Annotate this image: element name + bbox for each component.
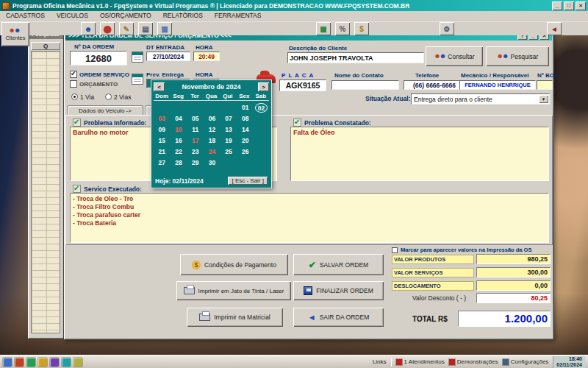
cliente-field[interactable]: JOHN JOSEPH TRAVOLTA: [287, 52, 424, 63]
ordem-servico-checkbox[interactable]: [70, 71, 77, 78]
service-order-icon[interactable]: ✎: [119, 22, 134, 35]
calendar-day-01[interactable]: 01: [237, 102, 254, 113]
calendar-day-30[interactable]: 30: [204, 158, 220, 169]
servico-executado-textarea[interactable]: - Troca de Oleo - Tro - Troca Filtro Com…: [70, 193, 549, 243]
minimize-icon[interactable]: _: [552, 1, 562, 10]
calendar-day-18[interactable]: 18: [204, 135, 220, 146]
calendar-day-02[interactable]: 02: [255, 103, 268, 113]
taskbar-shortcut-4[interactable]: [38, 358, 47, 367]
tray-demonstra-es[interactable]: Demonstrações: [449, 358, 498, 365]
contato-field[interactable]: [331, 80, 399, 90]
consultar-button[interactable]: Consultar: [426, 46, 483, 66]
tray-1-atendimentos[interactable]: 1 Atendimentos: [396, 358, 445, 365]
valor-produtos-label: VALOR PRODUTOS: [392, 255, 474, 264]
menu-os-or-amento[interactable]: OS/ORÇAMENTO: [94, 11, 157, 20]
calendar-day-15[interactable]: 15: [154, 135, 171, 146]
calendar-day-05[interactable]: 05: [187, 113, 204, 124]
salvar-ordem-button[interactable]: SALVAR ORDEM: [293, 254, 384, 275]
calendar-day-16[interactable]: 16: [171, 135, 187, 146]
menu-ferramentas[interactable]: FERRAMENTAS: [209, 11, 268, 20]
problema-constatado-checkbox[interactable]: [293, 118, 301, 127]
tab-dados-veiculo[interactable]: Dados do Veiculo ->: [67, 105, 143, 116]
telefone-field[interactable]: (66) 6666-6666: [404, 80, 465, 90]
taskbar-shortcut-5[interactable]: [50, 358, 59, 367]
taskbar-shortcut-3[interactable]: [26, 358, 35, 367]
menu-veiculos[interactable]: VEICULOS: [51, 11, 94, 20]
problema-informado-checkbox[interactable]: [73, 118, 81, 127]
vehicle-icon[interactable]: ⬤: [100, 22, 115, 35]
pesquisar-button[interactable]: Pesquisar: [486, 46, 549, 66]
calendar-day-10[interactable]: 10: [171, 124, 187, 135]
close-icon[interactable]: ×: [576, 1, 586, 10]
calendar-day-27[interactable]: 27: [154, 158, 171, 169]
imprimir-jato-label: Imprimir em Jato de Tinta / Laser: [198, 288, 284, 294]
chevron-down-icon[interactable]: ▼: [539, 95, 548, 103]
printer-icon[interactable]: ▤: [138, 22, 153, 35]
situacao-dropdown[interactable]: Entrega direto para o cliente ▼: [411, 93, 550, 105]
clientes-toolbar-button[interactable]: Clientes: [1, 22, 29, 46]
document-icon[interactable]: ▥: [157, 22, 172, 35]
calendar-day-12[interactable]: 12: [204, 124, 220, 135]
calendar-day-14[interactable]: 14: [237, 124, 254, 135]
hora-entrada-field[interactable]: 20:49: [193, 52, 220, 61]
taskbar-shortcut-2[interactable]: [15, 358, 24, 367]
calendar-day-13[interactable]: 13: [220, 124, 237, 135]
menu-relat-rios[interactable]: RELATÓRIOS: [157, 11, 209, 20]
calendar-day-29[interactable]: 29: [187, 158, 204, 169]
calculator-icon[interactable]: %: [335, 22, 350, 35]
calendar-day-06[interactable]: 06: [204, 113, 220, 124]
calendar-day-25[interactable]: 25: [220, 146, 237, 158]
pesquisar-results-grid[interactable]: [31, 51, 60, 333]
orcamento-checkbox[interactable]: [70, 80, 77, 88]
sair-ordem-button[interactable]: SAIR DA ORDEM: [293, 308, 384, 327]
calendar-day-03[interactable]: 03: [154, 113, 171, 124]
order-number-field[interactable]: 12680: [70, 51, 127, 66]
calendar-day-17[interactable]: 17: [187, 135, 204, 146]
finalizar-ordem-button[interactable]: FINALIZAR ORDEM: [293, 281, 384, 300]
taskbar-shortcut-7[interactable]: [74, 358, 82, 367]
calendar-day-22[interactable]: 22: [171, 146, 187, 158]
calendar-day-21[interactable]: 21: [154, 146, 171, 158]
app-icon: [2, 2, 10, 10]
imprimir-jato-button[interactable]: Imprimir em Jato de Tinta / Laser: [176, 281, 291, 300]
tray-configura-es[interactable]: Configurações: [503, 358, 549, 365]
taskbar-shortcut-6[interactable]: [62, 358, 71, 367]
calendar-day-23[interactable]: 23: [187, 146, 204, 158]
placa-field[interactable]: AGK9165: [279, 79, 326, 91]
box-field[interactable]: [537, 80, 553, 90]
exit-icon[interactable]: ◄: [547, 22, 562, 35]
calendar-day-08[interactable]: 08: [237, 113, 254, 124]
mecanico-field[interactable]: FERNANDO HENRRIQUE: [459, 80, 536, 90]
problema-constatado-textarea[interactable]: Falta de Óleo: [290, 127, 549, 181]
calendar-day-28[interactable]: 28: [171, 158, 187, 169]
check-icon: [309, 261, 316, 269]
clients-icon[interactable]: ☻: [81, 22, 96, 35]
calendar-icon-entrega[interactable]: [132, 74, 143, 85]
report-icon[interactable]: ▦: [316, 22, 331, 35]
via1-radio[interactable]: [71, 93, 78, 100]
tools-icon[interactable]: ⚙: [440, 22, 454, 35]
taskbar-shortcut-1[interactable]: [3, 358, 12, 367]
calendar-next-button[interactable]: >: [258, 82, 269, 91]
money-icon[interactable]: $: [354, 22, 369, 35]
calendar-prev-button[interactable]: <: [154, 82, 165, 91]
calendar-day-26[interactable]: 26: [237, 146, 254, 158]
calendar-day-19[interactable]: 19: [220, 135, 237, 146]
calendar-day-11[interactable]: 11: [187, 124, 204, 135]
servico-executado-checkbox[interactable]: [73, 185, 81, 193]
taskbar-links-label[interactable]: Links: [373, 358, 387, 365]
condicoes-pagamento-button[interactable]: Condições de Pagamento: [180, 254, 288, 275]
calendar-icon-entrada[interactable]: [132, 52, 143, 63]
menu-cadastros[interactable]: CADASTROS: [0, 11, 51, 20]
via2-radio[interactable]: [105, 93, 112, 100]
dt-entrada-field[interactable]: 27/10/2024: [146, 52, 190, 61]
calendar-esc-button[interactable]: [ Esc - Sair ]: [228, 177, 268, 185]
calendar-day-07[interactable]: 07: [220, 113, 237, 124]
imprimir-matricial-button[interactable]: Imprimir na Matricial: [187, 308, 283, 327]
impressao-note-checkbox[interactable]: [392, 247, 398, 253]
calendar-day-20[interactable]: 20: [237, 135, 254, 146]
maximize-icon[interactable]: □: [564, 1, 574, 10]
calendar-day-04[interactable]: 04: [171, 113, 187, 124]
calendar-day-24[interactable]: 24: [204, 146, 220, 158]
calendar-day-09[interactable]: 09: [154, 124, 171, 135]
